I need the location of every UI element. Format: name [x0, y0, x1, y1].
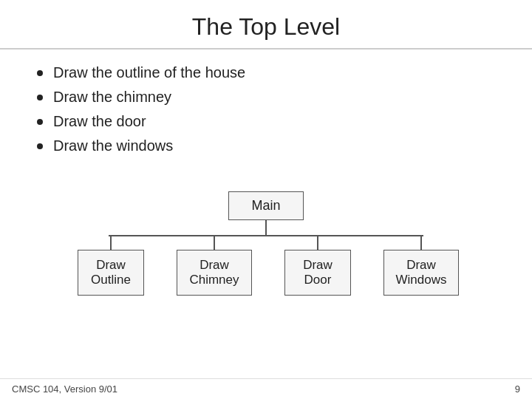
root-node: Main — [228, 191, 303, 220]
diagram-area: Main DrawOutline DrawChimney DrawDoor — [37, 191, 495, 296]
bullet-item-1: Draw the outline of the house — [37, 64, 495, 81]
bullet-item-2: Draw the chimney — [37, 89, 495, 106]
child-node-3: DrawDoor — [284, 250, 351, 296]
branch-vert-3 — [317, 235, 318, 250]
content-area: Draw the outline of the house Draw the c… — [0, 50, 532, 378]
child-node-1: DrawOutline — [78, 250, 144, 296]
branch-col-2: DrawChimney — [163, 235, 266, 296]
bullet-text-2: Draw the chimney — [53, 89, 171, 106]
bullet-dot-2 — [37, 95, 43, 100]
title-area: The Top Level — [0, 0, 532, 50]
tree-branches: DrawOutline DrawChimney DrawDoor DrawWin… — [59, 235, 473, 296]
footer-page-number: 9 — [515, 383, 520, 395]
slide: The Top Level Draw the outline of the ho… — [0, 0, 532, 399]
branch-col-1: DrawOutline — [59, 235, 163, 296]
branch-col-3: DrawDoor — [266, 235, 369, 296]
bullet-dot-4 — [37, 143, 43, 149]
branch-vert-2 — [214, 235, 215, 250]
child-node-2: DrawChimney — [177, 250, 251, 296]
branch-vert-1 — [110, 235, 112, 250]
child-node-4: DrawWindows — [383, 250, 460, 296]
branch-col-4: DrawWindows — [369, 235, 473, 296]
footer-left-text: CMSC 104, Version 9/01 — [12, 383, 117, 395]
bullet-item-3: Draw the door — [37, 113, 495, 130]
bullet-text-4: Draw the windows — [53, 137, 173, 154]
root-connector — [265, 220, 267, 235]
bullet-dot-1 — [37, 70, 43, 76]
branch-vert-4 — [420, 235, 422, 250]
horizontal-line — [109, 235, 423, 236]
bullet-dot-3 — [37, 119, 43, 125]
footer: CMSC 104, Version 9/01 9 — [0, 378, 532, 399]
bullet-text-3: Draw the door — [53, 113, 146, 130]
bullet-text-1: Draw the outline of the house — [53, 64, 245, 81]
bullet-item-4: Draw the windows — [37, 137, 495, 154]
bullet-list: Draw the outline of the house Draw the c… — [37, 64, 495, 162]
slide-title: The Top Level — [192, 13, 340, 40]
